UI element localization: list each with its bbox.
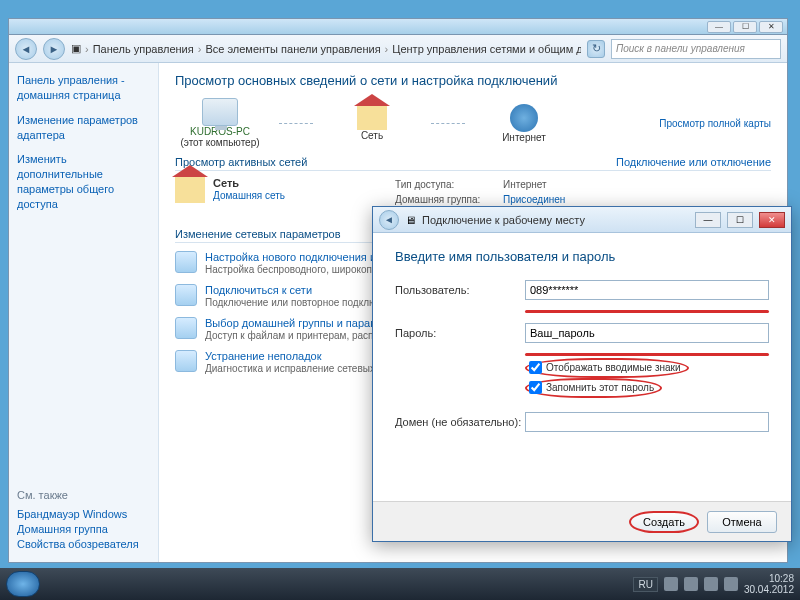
access-label: Тип доступа: (395, 177, 495, 192)
language-indicator[interactable]: RU (633, 577, 657, 592)
task-troubleshoot[interactable]: Устранение неполадок (205, 350, 322, 362)
breadcrumb-seg[interactable]: Панель управления (93, 43, 194, 55)
sidebar-adapter-settings[interactable]: Изменение параметров адаптера (17, 113, 150, 143)
sidebar-advanced-sharing[interactable]: Изменить дополнительные параметры общего… (17, 152, 150, 211)
see-also-header: См. также (17, 489, 150, 501)
username-label: Пользователь: (395, 284, 525, 296)
window-titlebar: — ☐ ✕ (9, 19, 787, 35)
search-input[interactable]: Поиск в панели управления (611, 39, 781, 59)
connect-disconnect-link[interactable]: Подключение или отключение (616, 156, 771, 168)
clock-date: 30.04.2012 (744, 584, 794, 595)
sidebar-home[interactable]: Панель управления - домашняя страница (17, 73, 150, 103)
remember-password-checkbox[interactable] (529, 381, 542, 394)
annotation-underline (525, 353, 769, 356)
see-also-homegroup[interactable]: Домашняя группа (17, 523, 108, 535)
nav-back-button[interactable]: ◄ (15, 38, 37, 60)
annotation-underline (525, 310, 769, 313)
sidebar: Панель управления - домашняя страница Из… (9, 63, 159, 562)
dialog-title: Подключение к рабочему месту (422, 214, 585, 226)
maximize-button[interactable]: ☐ (733, 21, 757, 33)
task-connect-network[interactable]: Подключиться к сети (205, 284, 312, 296)
domain-label: Домен (не обязательно): (395, 416, 525, 428)
homegroup-icon (175, 317, 197, 339)
tray-icon[interactable] (684, 577, 698, 591)
username-input[interactable] (525, 280, 769, 300)
internet-icon (510, 104, 538, 132)
dialog-app-icon: 🖥 (405, 214, 416, 226)
show-chars-checkbox[interactable] (529, 361, 542, 374)
clock[interactable]: 10:28 30.04.2012 (744, 573, 794, 595)
see-also-firewall[interactable]: Брандмауэр Windows (17, 508, 127, 520)
system-tray: RU 10:28 30.04.2012 (633, 573, 794, 595)
password-label: Пароль: (395, 327, 525, 339)
create-button[interactable]: Создать (629, 511, 699, 533)
network-tray-icon[interactable] (704, 577, 718, 591)
homegroup-label: Домашняя группа: (395, 192, 495, 207)
home-network-icon (175, 177, 205, 203)
dialog-maximize-button[interactable]: ☐ (727, 212, 753, 228)
dialog-close-button[interactable]: ✕ (759, 212, 785, 228)
breadcrumb[interactable]: ▣ › Панель управления › Все элементы пан… (71, 42, 581, 55)
close-window-button[interactable]: ✕ (759, 21, 783, 33)
refresh-button[interactable]: ↻ (587, 40, 605, 58)
connect-network-icon (175, 284, 197, 306)
domain-input[interactable] (525, 412, 769, 432)
dialog-titlebar: ◄ 🖥 Подключение к рабочему месту — ☐ ✕ (373, 207, 791, 233)
taskbar: RU 10:28 30.04.2012 (0, 568, 800, 600)
pc-sub: (этот компьютер) (180, 137, 259, 148)
see-also-internet-options[interactable]: Свойства обозревателя (17, 538, 139, 550)
search-placeholder: Поиск в панели управления (616, 43, 745, 54)
network-icon (357, 106, 387, 130)
troubleshoot-icon (175, 350, 197, 372)
tray-icon[interactable] (664, 577, 678, 591)
dialog-minimize-button[interactable]: — (695, 212, 721, 228)
network-name: Сеть (213, 177, 285, 189)
nav-forward-button[interactable]: ► (43, 38, 65, 60)
volume-tray-icon[interactable] (724, 577, 738, 591)
this-pc-icon (202, 98, 238, 126)
cancel-button[interactable]: Отмена (707, 511, 777, 533)
annotation-ellipse: Отображать вводимые знаки (525, 358, 689, 378)
start-button[interactable] (6, 571, 40, 597)
address-bar: ◄ ► ▣ › Панель управления › Все элементы… (9, 35, 787, 63)
dialog-back-button[interactable]: ◄ (379, 210, 399, 230)
access-value: Интернет (503, 177, 547, 192)
homegroup-value[interactable]: Присоединен (503, 192, 565, 207)
page-heading: Просмотр основных сведений о сети и наст… (175, 73, 771, 88)
breadcrumb-seg[interactable]: Центр управления сетями и общим доступом (392, 43, 581, 55)
network-label: Сеть (361, 130, 383, 141)
new-connection-icon (175, 251, 197, 273)
dialog-heading: Введите имя пользователя и пароль (395, 249, 769, 264)
password-input[interactable] (525, 323, 769, 343)
change-settings-header: Изменение сетевых параметров (175, 228, 341, 240)
network-type-link[interactable]: Домашняя сеть (213, 190, 285, 201)
annotation-ellipse: Запомнить этот пароль (525, 378, 662, 398)
remember-password-label: Запомнить этот пароль (546, 382, 654, 393)
network-map: KUDROS-PC (этот компьютер) Сеть Интернет… (175, 98, 771, 148)
show-chars-label: Отображать вводимые знаки (546, 362, 681, 373)
connect-workplace-dialog: ◄ 🖥 Подключение к рабочему месту — ☐ ✕ В… (372, 206, 792, 542)
control-panel-icon: ▣ (71, 42, 81, 55)
internet-label: Интернет (502, 132, 546, 143)
breadcrumb-seg[interactable]: Все элементы панели управления (205, 43, 380, 55)
minimize-button[interactable]: — (707, 21, 731, 33)
full-map-link[interactable]: Просмотр полной карты (659, 118, 771, 129)
task-desc: Диагностика и исправление сетевых пр (205, 362, 389, 375)
clock-time: 10:28 (744, 573, 794, 584)
dialog-footer: Создать Отмена (373, 501, 791, 541)
